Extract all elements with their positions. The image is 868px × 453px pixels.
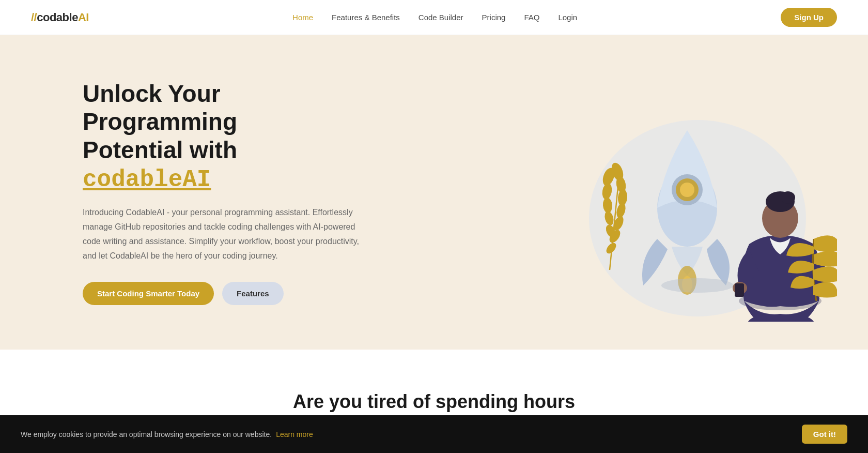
- hero-svg: [558, 63, 837, 322]
- hero-description: Introducing CodableAI - your personal pr…: [83, 205, 372, 263]
- svg-point-20: [661, 278, 734, 293]
- nav-item-pricing[interactable]: Pricing: [482, 13, 506, 22]
- hero-title-line1: Unlock Your Programming: [83, 80, 237, 135]
- svg-point-24: [781, 191, 795, 204]
- hero-title-brand: codableAI: [83, 167, 211, 193]
- svg-point-17: [680, 183, 694, 197]
- hero-title: Unlock Your Programming Potential with c…: [83, 80, 372, 194]
- logo[interactable]: //codableAI: [31, 11, 89, 24]
- logo-slash: //: [31, 11, 37, 24]
- logo-ai: AI: [78, 11, 89, 24]
- hero-title-line2-prefix: Potential with: [83, 137, 237, 163]
- logo-codable: codable: [37, 11, 78, 24]
- nav-link-pricing[interactable]: Pricing: [482, 13, 506, 22]
- svg-rect-26: [735, 283, 744, 297]
- nav-links: Home Features & Benefits Code Builder Pr…: [292, 13, 577, 22]
- hero-illustration: [558, 63, 837, 322]
- hero-section: Unlock Your Programming Potential with c…: [0, 35, 868, 350]
- signup-button[interactable]: Sign Up: [781, 8, 837, 27]
- nav-link-login[interactable]: Login: [558, 13, 577, 22]
- cookie-text: We employ cookies to provide an optimal …: [21, 430, 272, 439]
- navbar: //codableAI Home Features & Benefits Cod…: [0, 0, 868, 35]
- nav-link-features[interactable]: Features & Benefits: [332, 13, 400, 22]
- features-button[interactable]: Features: [222, 282, 284, 305]
- cookie-gotit-button[interactable]: Got it!: [802, 425, 847, 444]
- cookie-learn-more-link[interactable]: Learn more: [276, 430, 313, 439]
- cookie-bar: We employ cookies to provide an optimal …: [0, 415, 868, 453]
- nav-item-home[interactable]: Home: [292, 13, 313, 22]
- nav-link-faq[interactable]: FAQ: [524, 13, 539, 22]
- nav-link-home[interactable]: Home: [292, 13, 313, 22]
- hero-content: Unlock Your Programming Potential with c…: [83, 80, 372, 305]
- nav-item-features[interactable]: Features & Benefits: [332, 13, 400, 22]
- nav-item-login[interactable]: Login: [558, 13, 577, 22]
- nav-item-faq[interactable]: FAQ: [524, 13, 539, 22]
- hero-buttons: Start Coding Smarter Today Features: [83, 282, 372, 305]
- nav-item-builder[interactable]: Code Builder: [419, 13, 463, 22]
- start-coding-button[interactable]: Start Coding Smarter Today: [83, 282, 214, 305]
- nav-link-builder[interactable]: Code Builder: [419, 13, 463, 22]
